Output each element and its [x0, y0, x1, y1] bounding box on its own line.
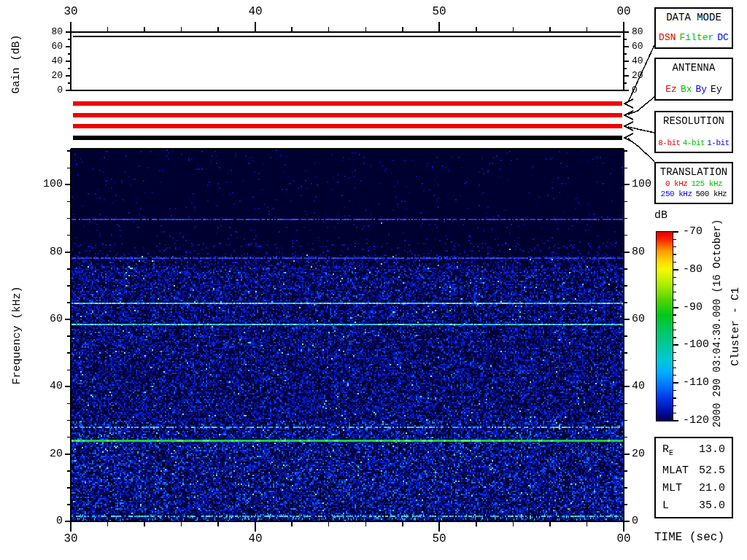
option-ez: Ez [665, 85, 677, 95]
freq-tick-label: 0 [32, 516, 63, 527]
antenna-title: ANTENNA [673, 63, 716, 74]
x-tick-label-top: 30 [53, 6, 88, 18]
gain-tick-label-right: 60 [632, 42, 654, 52]
re-label: RE [662, 443, 673, 459]
re-value: 13.0 [699, 443, 725, 459]
option-ey: Ey [711, 85, 722, 95]
option-8bit: 8-bit [658, 139, 681, 147]
data-mode-title: DATA MODE [666, 12, 721, 23]
orbit-info-box: RE 13.0 MLAT 52.5 MLT 21.0 L 35.0 [654, 437, 733, 518]
gain-tick-label: 80 [41, 27, 63, 37]
mlat-row: MLAT 52.5 [656, 464, 732, 477]
antenna-status-bar [73, 113, 622, 117]
resolution-title: RESOLUTION [663, 116, 724, 127]
option-0khz: 0 kHz [665, 179, 688, 188]
gain-tick-label: 20 [41, 71, 63, 81]
option-500khz: 500 kHz [696, 190, 727, 198]
data-mode-legend-box: DATA MODE DSN Filter DC [654, 7, 733, 49]
mlat-label: MLAT [662, 464, 689, 477]
option-by: By [696, 85, 708, 95]
mlt-row: MLT 21.0 [656, 482, 732, 494]
translation-options: 0 kHz 125 kHz 250 kHz 500 kHz [661, 179, 727, 198]
x-tick-label-top: 40 [238, 6, 273, 18]
gain-tick-label-right: 20 [632, 71, 654, 81]
option-bx: Bx [681, 85, 692, 95]
l-value: 35.0 [699, 499, 725, 512]
option-250khz: 250 kHz [661, 190, 692, 198]
antenna-options: Ez Bx By Ey [665, 85, 721, 95]
resolution-legend-box: RESOLUTION 8-bit 4-bit 1-bit [654, 111, 733, 153]
freq-tick-label: 100 [32, 179, 63, 190]
l-label: L [662, 499, 669, 512]
option-dsn: DSN [659, 33, 676, 43]
l-row: L 35.0 [656, 499, 732, 512]
gain-axis-title: Gain (dB) [11, 17, 23, 112]
freq-tick-label: 60 [32, 314, 63, 325]
gain-tick-label: 60 [41, 42, 63, 52]
gain-tick-label-right: 80 [632, 27, 654, 37]
frequency-axis-title: Frequency (kHz) [12, 277, 23, 394]
gain-tick-label: 0 [41, 85, 63, 96]
colorbar [657, 232, 673, 421]
spectrogram-heatmap [71, 149, 623, 521]
resolution-status-bar [73, 124, 622, 128]
option-dc: DC [717, 33, 729, 43]
translation-legend-box: TRANSLATION 0 kHz 125 kHz 250 kHz 500 kH… [654, 162, 733, 204]
x-tick-label-top: 50 [422, 6, 457, 18]
colorbar-unit-label: dB [654, 209, 667, 222]
freq-tick-label: 20 [32, 448, 63, 460]
x-tick-label-bottom: 30 [53, 533, 88, 545]
gain-tick-label-right: 40 [632, 56, 654, 66]
freq-tick-label: 80 [32, 246, 63, 258]
freq-tick-label: 40 [32, 381, 63, 392]
option-filter: Filter [679, 33, 713, 43]
resolution-options: 8-bit 4-bit 1-bit [658, 139, 729, 147]
x-tick-label-bottom: 00 [606, 533, 641, 545]
x-tick-label-top: 00 [606, 6, 641, 18]
mlt-value: 21.0 [699, 482, 725, 494]
option-1bit: 1-bit [707, 139, 729, 147]
mlat-value: 52.5 [699, 464, 725, 477]
datetime-annotation: 2000 290 03:04:30.000 (16 October) [712, 214, 723, 433]
translation-title: TRANSLATION [660, 167, 727, 178]
spacecraft-annotation: Cluster - C1 [730, 268, 742, 385]
wbd-spectrogram-display: Gain (dB) Frequency (kHz) 30 40 50 00 30… [0, 0, 747, 560]
x-tick-label-bottom: 50 [422, 533, 457, 545]
antenna-legend-box: ANTENNA Ez Bx By Ey [654, 58, 733, 101]
option-4bit: 4-bit [683, 139, 705, 147]
gain-tick-label: 40 [41, 56, 63, 66]
x-tick-label-bottom: 40 [238, 533, 273, 545]
translation-status-bar [73, 136, 622, 140]
re-row: RE 13.0 [656, 443, 732, 459]
mlt-label: MLT [662, 482, 682, 494]
time-axis-title: TIME (sec) [654, 531, 724, 544]
option-125khz: 125 kHz [691, 179, 722, 188]
data-mode-options: DSN Filter DC [659, 33, 729, 43]
data-mode-status-bar [73, 101, 622, 106]
gain-tick-label-right: 0 [632, 85, 654, 96]
